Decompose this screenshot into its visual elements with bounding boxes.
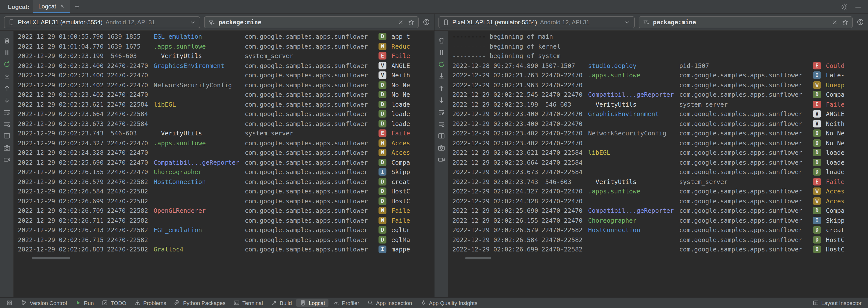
tab-logcat[interactable]: Logcat	[33, 0, 70, 13]
close-icon[interactable]	[60, 3, 65, 9]
log-row[interactable]: 2022-12-29 02:02:26.15522470-22470Choreo…	[18, 167, 434, 177]
status-item-todo[interactable]: TODO	[98, 299, 130, 307]
arrow-up-icon[interactable]	[437, 84, 445, 92]
rerun-icon[interactable]	[3, 60, 11, 68]
format-icon[interactable]	[3, 120, 11, 128]
format-icon[interactable]	[437, 120, 445, 128]
log-row[interactable]: 2022-12-29 02:02:24.32722470-22470.apps.…	[452, 187, 868, 196]
chevron-down-icon[interactable]	[624, 19, 631, 26]
log-row[interactable]: 2022-12-29 02:02:23.40022470-22470Graphi…	[452, 109, 868, 119]
device-selector[interactable]: Pixel XL API 31 (emulator-5554) Android …	[4, 16, 200, 28]
video-icon[interactable]	[437, 156, 445, 164]
video-icon[interactable]	[3, 156, 11, 164]
split-icon[interactable]	[437, 132, 445, 140]
log-row[interactable]: 2022-12-29 02:02:23.67322470-22584com.go…	[18, 119, 434, 129]
status-item-app-quality-insights[interactable]: App Quality Insights	[417, 299, 481, 307]
log-row[interactable]: 2022-12-29 02:02:26.71522470-22582com.go…	[18, 235, 434, 245]
camera-icon[interactable]	[437, 144, 445, 152]
log-row[interactable]: 2022-12-29 02:02:26.69922470-22582com.go…	[452, 245, 868, 254]
filter-input[interactable]: package:mine	[204, 16, 418, 28]
device-selector[interactable]: Pixel XL API 31 (emulator-5554) Android …	[438, 16, 634, 28]
status-item-grid[interactable]	[3, 299, 17, 307]
log-row[interactable]: 2022-12-29 02:02:23.40022470-22470com.go…	[18, 71, 434, 80]
log-row[interactable]: 2022-12-29 02:02:23.40022470-22470com.go…	[452, 119, 868, 129]
soft-wrap-icon[interactable]	[437, 108, 445, 116]
filter-icon[interactable]	[643, 19, 650, 26]
log-row[interactable]: 2022-12-29 01:01:04.7701639-1675.apps.su…	[18, 41, 434, 51]
log-row[interactable]: 2022-12-29 02:02:26.57922470-22582HostCo…	[18, 177, 434, 187]
favorite-filter-icon[interactable]	[408, 19, 415, 26]
filter-value[interactable]: package:mine	[653, 19, 828, 26]
filter-value[interactable]: package:mine	[218, 19, 394, 26]
status-item-profiler[interactable]: Profiler	[330, 299, 363, 307]
log-row[interactable]: 2022-12-29 02:02:26.57922470-22582HostCo…	[452, 225, 868, 235]
log-view[interactable]: 2022-12-29 01:00:55.7901639-1855EGL_emul…	[14, 31, 434, 297]
log-row[interactable]: 2022-12-29 02:02:26.80322470-22582Grallo…	[18, 245, 434, 254]
filter-input[interactable]: package:mine	[639, 16, 852, 28]
log-row[interactable]: 2022-12-29 02:02:22.54522470-22470Compat…	[452, 90, 868, 100]
log-row[interactable]: 2022-12-29 02:02:23.199 546-603 VerityUt…	[18, 51, 434, 61]
trash-icon[interactable]	[3, 37, 11, 45]
help-icon[interactable]	[857, 18, 864, 26]
chevron-down-icon[interactable]	[189, 19, 196, 26]
log-row[interactable]: 2022-12-29 02:02:26.70922470-22582OpenGL…	[18, 206, 434, 216]
log-row[interactable]: 2022-12-29 02:02:26.71122470-22582com.go…	[18, 216, 434, 225]
log-view[interactable]: --------- beginning of main--------- beg…	[448, 31, 868, 297]
horizontal-scrollbar-thumb[interactable]	[465, 257, 491, 259]
add-tab-icon[interactable]	[74, 3, 81, 10]
log-row[interactable]: 2022-12-29 02:02:26.58422470-22582com.go…	[452, 235, 868, 245]
pause-icon[interactable]	[3, 49, 11, 57]
clear-filter-icon[interactable]	[831, 19, 838, 26]
clear-filter-icon[interactable]	[397, 19, 404, 26]
log-row[interactable]: 2022-12-29 02:02:26.71322470-22582EGL_em…	[18, 225, 434, 235]
log-row[interactable]: 2022-12-29 02:02:23.62122470-22584libEGL…	[452, 148, 868, 158]
log-row[interactable]: 2022-12-29 02:02:25.69022470-22470Compat…	[452, 206, 868, 216]
log-row[interactable]: 2022-12-29 02:02:25.69022470-22470Compat…	[18, 158, 434, 167]
log-row[interactable]: 2022-12-29 02:02:26.15522470-22470Choreo…	[452, 216, 868, 225]
scroll-end-icon[interactable]	[437, 73, 445, 80]
log-row[interactable]: 2022-12-29 02:02:23.67322470-22584com.go…	[452, 167, 868, 177]
status-item-app-inspection[interactable]: App Inspection	[364, 299, 416, 307]
log-row[interactable]: 2022-12-28 09:27:44.8901507-1507studio.d…	[452, 61, 868, 71]
log-row[interactable]: --------- beginning of kernel	[452, 41, 868, 51]
status-item-build[interactable]: Build	[267, 299, 295, 307]
log-row[interactable]: 2022-12-29 02:02:23.40222470-22470Networ…	[18, 80, 434, 90]
help-icon[interactable]	[423, 18, 430, 26]
log-row[interactable]: 2022-12-29 02:02:24.32822470-22470com.go…	[452, 196, 868, 206]
status-item-run[interactable]: Run	[71, 299, 97, 307]
log-row[interactable]: --------- beginning of system	[452, 51, 868, 61]
log-row[interactable]: 2022-12-29 02:02:23.743 546-603 VerityUt…	[452, 177, 868, 187]
camera-icon[interactable]	[3, 144, 11, 152]
split-icon[interactable]	[3, 132, 11, 140]
log-row[interactable]: 2022-12-29 02:02:21.96322470-22470com.go…	[452, 80, 868, 90]
log-row[interactable]: 2022-12-29 02:02:26.58422470-22582com.go…	[18, 187, 434, 196]
arrow-down-icon[interactable]	[437, 96, 445, 104]
minimize-icon[interactable]	[854, 3, 862, 11]
arrow-up-icon[interactable]	[3, 84, 11, 92]
log-row[interactable]: 2022-12-29 02:02:24.32822470-22470com.go…	[18, 148, 434, 158]
pause-icon[interactable]	[437, 49, 445, 57]
log-row[interactable]: 2022-12-29 02:02:23.62122470-22584libEGL…	[18, 100, 434, 109]
scroll-end-icon[interactable]	[3, 73, 11, 80]
log-row[interactable]: 2022-12-29 02:02:23.40222470-22470com.go…	[452, 138, 868, 148]
filter-icon[interactable]	[208, 19, 215, 26]
log-row[interactable]: 2022-12-29 01:00:55.7901639-1855EGL_emul…	[18, 32, 434, 41]
horizontal-scrollbar-thumb[interactable]	[32, 257, 70, 259]
status-item-python-packages[interactable]: Python Packages	[171, 299, 229, 307]
status-item-terminal[interactable]: Terminal	[230, 299, 266, 307]
log-row[interactable]: 2022-12-29 02:02:23.40222470-22470Networ…	[452, 129, 868, 138]
log-row[interactable]: 2022-12-29 02:02:23.40022470-22470Graphi…	[18, 61, 434, 71]
gear-icon[interactable]	[840, 3, 848, 11]
status-item-version-control[interactable]: Version Control	[17, 299, 70, 307]
status-item-layout-inspector[interactable]: Layout Inspector	[809, 299, 865, 307]
log-row[interactable]: 2022-12-29 02:02:23.66422470-22584com.go…	[18, 109, 434, 119]
log-row[interactable]: 2022-12-29 02:02:24.32722470-22470.apps.…	[18, 138, 434, 148]
trash-icon[interactable]	[437, 37, 445, 45]
log-row[interactable]: 2022-12-29 02:02:23.40222470-22470com.go…	[18, 90, 434, 100]
log-row[interactable]: 2022-12-29 02:02:26.69922470-22582com.go…	[18, 196, 434, 206]
log-row[interactable]: 2022-12-29 02:02:21.76322470-22470.apps.…	[452, 71, 868, 80]
favorite-filter-icon[interactable]	[842, 19, 849, 26]
log-row[interactable]: 2022-12-29 02:02:23.199 546-603 VerityUt…	[452, 100, 868, 109]
soft-wrap-icon[interactable]	[3, 108, 11, 116]
status-item-problems[interactable]: Problems	[131, 299, 170, 307]
